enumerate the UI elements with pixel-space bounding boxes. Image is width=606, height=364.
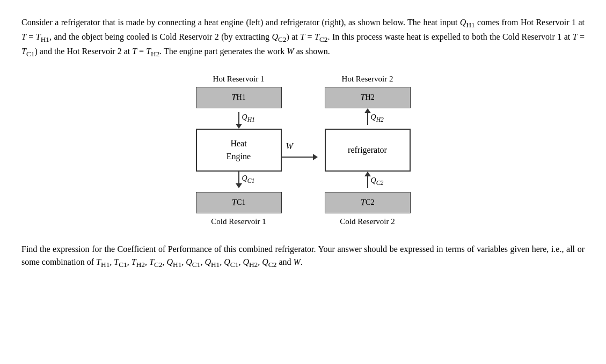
hot-reservoir-2-box: TH2 [325,87,411,108]
q-c1-label: QC1 [242,173,255,185]
hot-reservoir-2-temp: T [360,91,365,105]
heat-engine-box: HeatEngine [196,129,282,172]
cold-reservoir-2-box: TC2 [325,192,411,213]
hot-reservoir-2-label: Hot Reservoir 2 [342,73,393,85]
paragraph-1: Consider a refrigerator that is made by … [21,16,585,60]
refrigerator-label: refrigerator [348,144,387,157]
hot-reservoir-1-label: Hot Reservoir 1 [213,73,265,85]
cold-reservoir-1-box: TC1 [196,192,282,213]
hot-reservoir-2-sub: H2 [366,92,375,103]
w-label: W [282,140,293,153]
hot-reservoir-1-box: TH1 [196,87,282,108]
cold-reservoir-1-temp: T [232,196,237,210]
cold-reservoir-2-sub: C2 [366,197,375,208]
refrigerator-box: refrigerator [325,129,411,172]
hot-reservoir-1-sub: H1 [237,92,246,103]
cold-reservoir-1-label: Cold Reservoir 1 [211,216,266,228]
heat-engine-label: HeatEngine [227,137,251,163]
cold-reservoir-2-label: Cold Reservoir 2 [340,216,395,228]
cold-reservoir-2-temp: T [361,196,366,210]
hot-reservoir-1-temp: T [231,91,236,105]
refrigerator-section: Hot Reservoir 2 TH2 QH2 refrigerator [325,73,411,228]
paragraph-2: Find the expression for the Coefficient … [21,243,585,270]
cold-reservoir-1-sub: C1 [237,197,246,208]
engine-section: Hot Reservoir 1 TH1 QH1 HeatEngine [196,73,282,228]
q-h1-label: QH1 [242,112,255,124]
q-c2-label: QC2 [371,175,384,188]
q-h2-label: QH2 [371,112,384,124]
